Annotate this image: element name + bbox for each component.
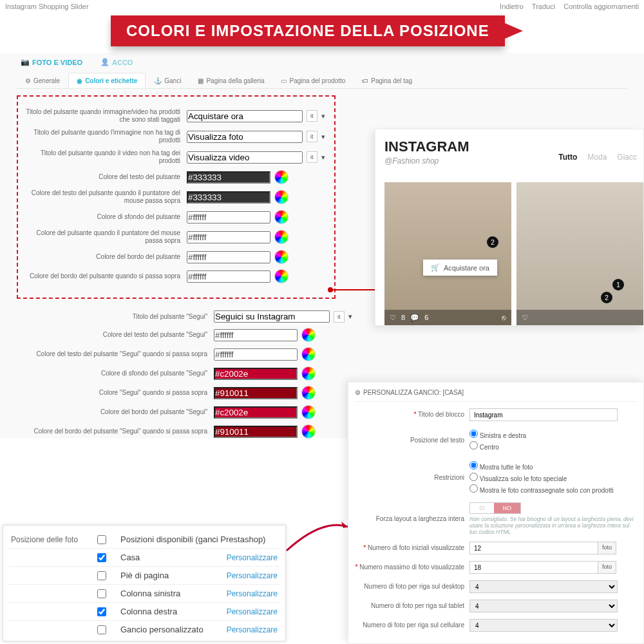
translate-link[interactable]: Traduci: [532, 3, 555, 10]
color-picker-icon[interactable]: [274, 170, 289, 184]
pos-check-left[interactable]: [97, 589, 106, 598]
perrow-desktop[interactable]: 4: [469, 580, 618, 593]
gear-icon: ⚙: [355, 389, 361, 396]
btn-title-video[interactable]: [187, 151, 303, 164]
instagram-icon: ⎋: [502, 314, 506, 321]
customize-link[interactable]: Personalizzare: [227, 589, 278, 598]
color-picker-icon[interactable]: [274, 250, 289, 264]
likes-icon: ♡: [390, 314, 396, 322]
follow-text-hover-color[interactable]: [214, 348, 298, 361]
likes-icon: ♡: [522, 314, 528, 322]
btn-border-color[interactable]: [187, 251, 270, 263]
follow-text-color[interactable]: [214, 329, 298, 341]
banner-title: COLORI E IMPOSTAZIONE DELLA POSIZIONE: [111, 15, 505, 46]
ig-card[interactable]: 1 2 ♡: [516, 182, 643, 325]
btn-title-image[interactable]: [187, 131, 303, 143]
btn-border-hover-color[interactable]: [187, 270, 270, 283]
btn-title-tagged[interactable]: [187, 110, 303, 122]
follow-border-color[interactable]: [214, 406, 298, 419]
tab-account[interactable]: 👤 ACCO: [100, 58, 133, 66]
back-link[interactable]: Indietro: [500, 3, 524, 10]
customize-link[interactable]: Personalizzare: [227, 571, 278, 580]
tag-dot[interactable]: 1: [612, 279, 624, 290]
color-picker-icon[interactable]: [301, 424, 316, 439]
tab-gallery[interactable]: ▦ Pagina della galleria: [189, 73, 272, 88]
pos-check-home[interactable]: [97, 553, 106, 562]
page-header: Instagram Shopping Slider Indietro Tradu…: [0, 0, 644, 13]
rest-radio-special[interactable]: [469, 473, 478, 481]
filter-jacket[interactable]: Giacc: [617, 153, 637, 162]
header-links: Indietro Traduci Controlla aggiornamenti: [493, 3, 639, 10]
follow-hover-color[interactable]: [214, 387, 298, 399]
main-tabs: 📷 FOTO E VIDEO 👤 ACCO: [6, 57, 638, 68]
follow-settings-group: Titolo del pulsante "Segui"it▾ Colore de…: [17, 310, 358, 439]
btn-hover-color[interactable]: [187, 231, 270, 243]
tab-colors[interactable]: ◉ Colori e etichette: [68, 73, 146, 88]
follow-bg-color[interactable]: [214, 368, 298, 380]
max-photos-input[interactable]: [469, 561, 598, 574]
btn-text-hover-color[interactable]: [187, 191, 270, 204]
color-picker-icon[interactable]: [301, 386, 316, 400]
tab-general[interactable]: ⚙ Generale: [17, 73, 68, 88]
pos-title: Posizione delle foto: [11, 535, 95, 544]
block-title-input[interactable]: [469, 408, 618, 421]
instagram-preview: INSTAGRAM @Fashion shop Tutto Moda Giacc…: [375, 129, 644, 326]
follow-border-hover-color[interactable]: [214, 426, 298, 438]
filter-fashion[interactable]: Moda: [587, 153, 607, 162]
color-picker-icon[interactable]: [274, 190, 289, 204]
color-picker-icon[interactable]: [301, 347, 316, 361]
pos-radio-lr[interactable]: [469, 430, 478, 438]
color-picker-icon[interactable]: [274, 210, 289, 224]
fullwidth-toggle[interactable]: SINO: [469, 502, 521, 514]
btn-bg-color[interactable]: [187, 211, 270, 223]
color-picker-icon[interactable]: [301, 405, 316, 419]
btn-text-color[interactable]: [187, 171, 270, 184]
perrow-mobile[interactable]: 4: [469, 619, 618, 632]
shop-now-pill[interactable]: 🛒 Acquistare ora: [423, 260, 497, 276]
rest-radio-all[interactable]: [469, 461, 478, 469]
color-picker-icon[interactable]: [274, 230, 289, 244]
color-picker-icon[interactable]: [301, 366, 316, 381]
lang-select[interactable]: it: [307, 110, 317, 122]
tab-hooks[interactable]: ⚓ Ganci: [146, 73, 189, 88]
filter-all[interactable]: Tutto: [558, 153, 577, 162]
tag-dot[interactable]: 2: [487, 236, 498, 248]
position-panel: Posizione delle fotoPosizioni disponibil…: [3, 525, 286, 641]
tab-product[interactable]: ▭ Pagina del prodotto: [272, 73, 354, 88]
init-photos-input[interactable]: [469, 542, 598, 554]
pos-check-custom[interactable]: [97, 625, 106, 634]
pos-check-footer[interactable]: [97, 571, 106, 580]
customize-link[interactable]: Personalizzare: [227, 553, 278, 562]
customize-link[interactable]: Personalizzare: [227, 625, 278, 634]
color-picker-icon[interactable]: [274, 269, 289, 283]
tag-dot[interactable]: 2: [601, 292, 612, 303]
tab-tag[interactable]: 🏷 Pagina del tag: [354, 73, 421, 88]
color-picker-icon[interactable]: [301, 328, 316, 342]
customize-link[interactable]: Personalizzare: [227, 607, 278, 616]
hook-customize-panel: ⚙ PERSONALIZZA GANCIO: [CASA] Titolo del…: [348, 382, 644, 644]
pos-header-check[interactable]: [97, 535, 106, 544]
sub-tabs: ⚙ Generale ◉ Colori e etichette ⚓ Ganci …: [17, 73, 627, 89]
ig-card[interactable]: 2 🛒 Acquistare ora ♡8 💬6⎋: [384, 182, 511, 325]
follow-title[interactable]: [214, 310, 330, 323]
arrow-annotation: [283, 515, 354, 554]
hook-header: ⚙ PERSONALIZZA GANCIO: [CASA]: [355, 388, 637, 402]
pos-check-right[interactable]: [97, 607, 106, 616]
pos-radio-center[interactable]: [469, 441, 478, 450]
updates-link[interactable]: Controlla aggiornamenti: [564, 3, 639, 10]
rest-radio-products[interactable]: [469, 484, 478, 493]
button-settings-group: Titolo del pulsante quando immagine/vide…: [17, 95, 336, 299]
perrow-tablet[interactable]: 4: [469, 600, 618, 612]
page-title: Instagram Shopping Slider: [5, 3, 89, 10]
comments-icon: 💬: [410, 314, 419, 322]
tab-photos[interactable]: 📷 FOTO E VIDEO: [21, 58, 82, 66]
